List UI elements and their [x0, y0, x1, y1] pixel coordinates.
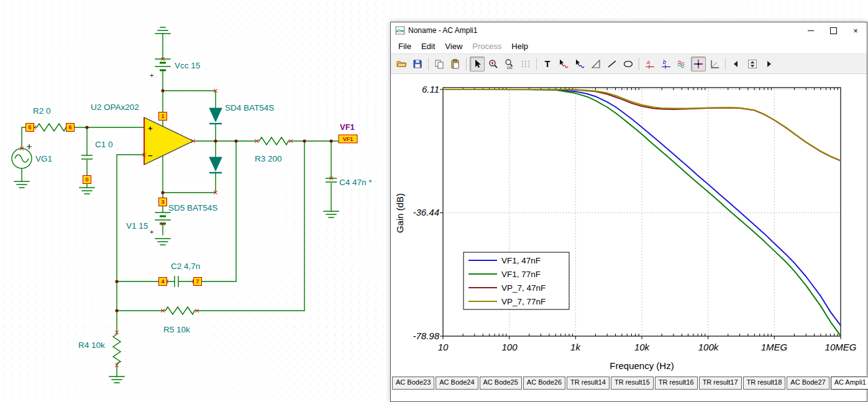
- select-cursor-button[interactable]: [470, 57, 485, 71]
- menu-bar: File Edit View Process Help: [391, 39, 867, 53]
- schematic-drawing: + + + − 5 6 0 1 3 4 7: [0, 0, 390, 402]
- pin-tag-3[interactable]: 3: [159, 198, 167, 206]
- marker-b-button[interactable]: b: [659, 57, 674, 71]
- label-r2: R2 0: [33, 106, 51, 116]
- close-button[interactable]: ×: [844, 22, 867, 39]
- line-tool-button[interactable]: [605, 57, 619, 71]
- paste-button[interactable]: [448, 57, 463, 71]
- slope-icon: [590, 58, 601, 70]
- x-tick-label-6: 10MEG: [825, 342, 857, 352]
- resistor-r4[interactable]: [113, 332, 121, 365]
- menu-process[interactable]: Process: [467, 40, 506, 53]
- cursor-a-icon: [558, 58, 569, 70]
- cursor-a-button[interactable]: [556, 57, 571, 71]
- label-u2: U2 OPAx202: [91, 103, 139, 112]
- zoom-in-icon: [488, 58, 499, 70]
- svg-text:1: 1: [161, 113, 164, 119]
- resistor-r3[interactable]: [257, 137, 291, 145]
- menu-edit[interactable]: Edit: [416, 40, 440, 53]
- tab-ac-bode24[interactable]: AC Bode24: [436, 377, 478, 390]
- crosshair-cursor-button[interactable]: [691, 57, 706, 71]
- polarity-plus-icon: [27, 144, 32, 149]
- tab-tr-result16[interactable]: TR result16: [655, 377, 698, 390]
- zoom-100-button[interactable]: 100: [502, 57, 517, 71]
- maximize-icon: [830, 27, 837, 34]
- net-label-vf1: VF1: [340, 122, 355, 132]
- legend[interactable]: VF1, 47nF VF1, 77nF VP_7, 47nF VP_7, 77n…: [464, 252, 569, 309]
- x-tick-label-1: 100: [501, 342, 518, 352]
- spinner-icon: [747, 58, 758, 70]
- resistor-r2[interactable]: [34, 124, 68, 131]
- bode-plot: 6.11 -36.44 -78.98 10 100 1k 10k 100k 1M…: [391, 74, 868, 376]
- battery-v1[interactable]: +: [150, 212, 170, 235]
- cursor-b-button[interactable]: [572, 57, 587, 71]
- label-v1: V1 15: [126, 221, 148, 231]
- arrow-left-icon: [731, 58, 742, 70]
- tab-tr-result14[interactable]: TR result14: [567, 377, 610, 390]
- legend-label-2: VP_7, 47nF: [501, 283, 546, 293]
- tab-ac-ampli1[interactable]: AC Ampli1: [831, 377, 868, 390]
- x-tick-label-2: 1k: [570, 342, 581, 352]
- menu-file[interactable]: File: [393, 40, 416, 53]
- menu-view[interactable]: View: [440, 40, 467, 53]
- capacitor-c4[interactable]: [326, 178, 337, 182]
- tab-ac-bode27[interactable]: AC Bode27: [787, 377, 829, 390]
- tab-tr-result18[interactable]: TR result18: [743, 377, 786, 390]
- tab-tr-result15[interactable]: TR result15: [611, 377, 654, 390]
- schematic-editor-canvas[interactable]: + + + − 5 6 0 1 3 4 7: [0, 0, 390, 402]
- toolbar: 100 T a b: [391, 53, 867, 74]
- toolbar-separator: [725, 58, 726, 70]
- diode-sd5[interactable]: [209, 157, 222, 173]
- prev-page-button[interactable]: [729, 57, 744, 71]
- x-tick-label-0: 10: [438, 342, 449, 352]
- pin-tag-1[interactable]: 1: [159, 112, 167, 121]
- window-title: Noname - AC Ampli1: [408, 26, 477, 35]
- tab-ac-bode23[interactable]: AC Bode23: [392, 377, 434, 390]
- paste-icon: [450, 58, 461, 70]
- pin-tag-4[interactable]: 4: [159, 278, 167, 286]
- label-c2: C2 4,7n: [171, 262, 200, 271]
- y-tick-label-0: 6.11: [422, 84, 439, 94]
- window-controls: ×: [800, 22, 867, 39]
- svg-text:T: T: [545, 59, 550, 69]
- tab-ac-bode25[interactable]: AC Bode25: [480, 377, 522, 390]
- slope-tool-button[interactable]: [588, 57, 603, 71]
- maximize-button[interactable]: [822, 22, 844, 39]
- net-tag-vf1[interactable]: VF1: [339, 135, 357, 143]
- grid-toggle-button[interactable]: [518, 57, 533, 71]
- label-vcc: Vcc 15: [175, 61, 200, 70]
- svg-text:4: 4: [161, 278, 164, 285]
- opamp-u2[interactable]: + −: [144, 117, 193, 165]
- pin-tag-7[interactable]: 7: [194, 278, 202, 286]
- svg-text:3: 3: [161, 199, 164, 205]
- floppy-icon: [412, 58, 423, 70]
- ellipse-tool-button[interactable]: [621, 57, 636, 71]
- waveforms-button[interactable]: [675, 57, 690, 71]
- minimize-button[interactable]: [800, 22, 822, 39]
- next-page-button[interactable]: [761, 57, 776, 71]
- battery-vcc[interactable]: +: [150, 59, 170, 79]
- pin-tag-5[interactable]: 5: [26, 124, 34, 132]
- marker-a-button[interactable]: a: [642, 57, 657, 71]
- pin-tag-0[interactable]: 0: [83, 176, 91, 184]
- zoom-in-button[interactable]: [486, 57, 501, 71]
- page-spinner[interactable]: [745, 57, 760, 71]
- battery-plus-sign: +: [150, 228, 153, 235]
- text-tool-button[interactable]: T: [540, 57, 555, 71]
- menu-help[interactable]: Help: [506, 40, 533, 53]
- capacitor-c1[interactable]: [81, 155, 93, 159]
- capacitor-c2[interactable]: [175, 276, 178, 287]
- open-file-button[interactable]: [394, 57, 409, 71]
- resistor-r5[interactable]: [163, 307, 197, 314]
- diode-sd4[interactable]: [209, 108, 222, 124]
- tab-tr-result17[interactable]: TR result17: [699, 377, 742, 390]
- save-button[interactable]: [410, 57, 425, 71]
- pin-tag-6[interactable]: 6: [66, 124, 75, 132]
- tab-ac-bode26[interactable]: AC Bode26: [523, 377, 565, 390]
- angle-tool-button[interactable]: [707, 57, 722, 71]
- titlebar[interactable]: Noname - AC Ampli1 ×: [391, 22, 867, 39]
- battery-plus-sign: +: [150, 71, 153, 79]
- svg-text:5: 5: [28, 124, 31, 130]
- svg-text:a: a: [647, 59, 650, 65]
- copy-button[interactable]: [432, 57, 447, 71]
